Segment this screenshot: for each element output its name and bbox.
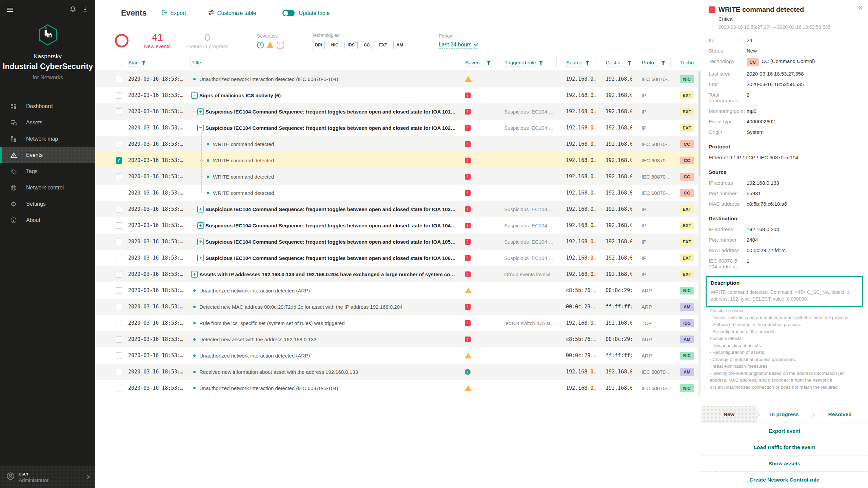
row-checkbox[interactable] xyxy=(116,369,122,375)
tree-marker-icon[interactable] xyxy=(191,76,198,82)
tree-marker-icon[interactable] xyxy=(197,206,204,212)
filter-funnel-icon[interactable] xyxy=(539,61,543,65)
row-checkbox[interactable] xyxy=(116,271,122,278)
user-account-button[interactable]: user Administrator xyxy=(0,466,95,488)
table-row[interactable]: 2020-03-16 18:53:… WRITE command detecte… xyxy=(95,185,701,201)
table-row[interactable]: 2020-03-16 18:53:… Suspicious IEC104 Com… xyxy=(95,217,701,233)
tree-marker-icon[interactable] xyxy=(191,92,198,99)
tree-marker-icon[interactable] xyxy=(191,385,198,391)
tree-marker-icon[interactable] xyxy=(205,157,211,164)
panel-action-button[interactable]: Show assets xyxy=(701,455,868,471)
column-header-destination[interactable]: Destin... xyxy=(606,60,625,66)
panel-action-button[interactable]: Create Network Control rule xyxy=(701,471,868,488)
table-scrollbar[interactable] xyxy=(698,71,701,396)
row-checkbox[interactable] xyxy=(116,92,122,99)
sidebar-item-settings[interactable]: ⚙ Settings xyxy=(0,196,95,212)
tree-marker-icon[interactable] xyxy=(197,108,204,115)
tree-marker-icon[interactable] xyxy=(197,125,204,131)
table-row[interactable]: 2020-03-16 18:53:… Suspicious IEC104 Com… xyxy=(95,120,701,136)
update-table-toggle[interactable]: Update table xyxy=(282,10,330,16)
row-checkbox[interactable] xyxy=(116,287,122,294)
status-step-button[interactable]: New xyxy=(701,406,757,423)
table-row[interactable]: 2020-03-16 18:53:… Suspicious IEC104 Com… xyxy=(95,201,701,217)
row-checkbox[interactable] xyxy=(116,141,122,147)
tree-marker-icon[interactable] xyxy=(191,369,198,375)
row-checkbox[interactable] xyxy=(116,206,122,212)
column-header-technology[interactable]: Techn... xyxy=(680,60,698,66)
technology-chip[interactable]: AM xyxy=(393,41,406,49)
period-dropdown[interactable]: Last 24 hours xyxy=(439,42,477,48)
tree-marker-icon[interactable] xyxy=(205,174,211,180)
table-row[interactable]: 2020-03-16 18:53:… Suspicious IEC104 Com… xyxy=(95,250,701,266)
row-checkbox[interactable] xyxy=(116,304,122,310)
sidebar-item-network-map[interactable]: Network map xyxy=(0,131,95,147)
technology-chip[interactable]: NIC xyxy=(328,41,341,49)
hamburger-menu-icon[interactable] xyxy=(7,7,13,13)
tree-marker-icon[interactable] xyxy=(197,222,204,229)
technology-chip[interactable]: IDS xyxy=(344,41,358,49)
row-checkbox[interactable] xyxy=(116,255,122,261)
in-progress-stat[interactable]: 0 Events in progress xyxy=(186,32,228,49)
table-row[interactable]: 2020-03-16 18:53:… WRITE command detecte… xyxy=(95,152,701,168)
filter-funnel-icon[interactable] xyxy=(487,61,491,65)
filter-funnel-icon[interactable] xyxy=(627,61,632,65)
table-row[interactable]: 2020-03-16 18:53:… Signs of malicious IC… xyxy=(95,87,701,103)
tree-marker-icon[interactable] xyxy=(191,304,198,310)
bell-icon[interactable] xyxy=(70,6,76,14)
filter-funnel-icon[interactable] xyxy=(585,61,590,65)
table-row[interactable]: 2020-03-16 18:53:… Rule from the ics_spe… xyxy=(95,315,701,331)
tree-marker-icon[interactable] xyxy=(191,352,198,359)
tree-marker-icon[interactable] xyxy=(197,239,204,245)
export-button[interactable]: Export xyxy=(161,9,186,17)
column-header-title[interactable]: Title xyxy=(192,60,201,66)
row-checkbox[interactable] xyxy=(116,157,122,164)
row-checkbox[interactable] xyxy=(116,108,122,115)
row-checkbox[interactable] xyxy=(116,125,122,131)
row-checkbox[interactable] xyxy=(116,336,122,343)
download-icon[interactable] xyxy=(82,6,88,14)
table-row[interactable]: 2020-03-16 18:53:… Unauthorized network … xyxy=(95,380,701,396)
filter-funnel-icon[interactable] xyxy=(661,61,665,65)
severity-warning-filter-icon[interactable]: ! xyxy=(267,42,274,48)
row-checkbox[interactable] xyxy=(116,222,122,229)
table-row[interactable]: 2020-03-16 18:53:… Unauthorized network … xyxy=(95,347,701,364)
row-checkbox[interactable] xyxy=(116,239,122,245)
select-all-checkbox[interactable] xyxy=(116,60,122,66)
column-header-severity[interactable]: Severi... xyxy=(465,60,484,66)
tree-marker-icon[interactable] xyxy=(205,190,211,196)
panel-action-button[interactable]: Load traffic for the event xyxy=(701,439,868,455)
table-row[interactable]: 2020-03-16 18:53:… Unauthorized network … xyxy=(95,71,701,87)
customize-table-button[interactable]: Customize table xyxy=(208,9,256,17)
table-row[interactable]: 2020-03-16 18:53:… WRITE command detecte… xyxy=(95,136,701,152)
sidebar-item-tags[interactable]: Tags xyxy=(0,163,95,180)
severity-info-filter-icon[interactable]: i xyxy=(257,42,264,48)
row-checkbox[interactable] xyxy=(116,76,122,82)
status-step-button[interactable]: Resolved xyxy=(812,406,868,423)
table-row[interactable]: 2020-03-16 18:53:… Suspicious IEC104 Com… xyxy=(95,233,701,250)
table-row[interactable]: 2020-03-16 18:53:… Unauthorized network … xyxy=(95,282,701,299)
tree-marker-icon[interactable] xyxy=(205,141,211,147)
column-header-triggered-rule[interactable]: Triggered rule xyxy=(505,60,536,66)
status-step-button[interactable]: In progress xyxy=(757,406,812,423)
tree-marker-icon[interactable] xyxy=(191,287,198,294)
column-header-protocol[interactable]: Proto... xyxy=(642,60,658,66)
severity-critical-filter-icon[interactable]: ! xyxy=(277,42,283,48)
row-checkbox[interactable] xyxy=(116,320,122,326)
technology-chip[interactable]: EXT xyxy=(376,41,390,49)
table-row[interactable]: 2020-03-16 18:53:… Received new informat… xyxy=(95,364,701,380)
row-checkbox[interactable] xyxy=(116,352,122,359)
technology-chip[interactable]: DPI xyxy=(312,41,325,49)
tree-marker-icon[interactable] xyxy=(191,320,198,326)
filter-funnel-icon[interactable] xyxy=(142,61,146,65)
technology-chip[interactable]: CC xyxy=(361,41,373,49)
tree-marker-icon[interactable] xyxy=(191,271,198,278)
table-row[interactable]: 2020-03-16 18:53:… Detected new asset wi… xyxy=(95,331,701,347)
sidebar-item-assets[interactable]: Assets xyxy=(0,115,95,131)
row-checkbox[interactable] xyxy=(116,385,122,391)
column-header-source[interactable]: Source xyxy=(566,60,583,66)
sidebar-item-network-control[interactable]: Network control xyxy=(0,180,95,196)
sidebar-item-dashboard[interactable]: Dashboard xyxy=(0,98,95,115)
table-row[interactable]: 2020-03-16 18:53:… WRITE command detecte… xyxy=(95,168,701,185)
tree-marker-icon[interactable] xyxy=(191,336,198,343)
close-icon[interactable]: × xyxy=(858,4,863,12)
